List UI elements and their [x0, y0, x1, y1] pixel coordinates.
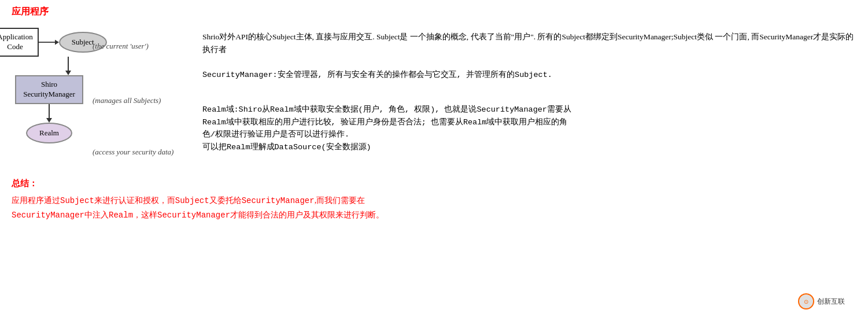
summary-mono3: SecurityManager — [242, 196, 315, 205]
logo-text: 创新互联 — [817, 297, 845, 307]
gap2 — [93, 119, 191, 138]
realm-desc-line3: 色/权限进行验证用户是否可以进行操作. — [202, 128, 856, 141]
shiro-node: Shiro SecurityManager — [15, 75, 83, 104]
realm-label: Realm — [39, 128, 59, 137]
gap1 — [93, 61, 191, 82]
app-code-box: Application Code — [0, 28, 39, 57]
summary-line1: 应用程序通过Subject来进行认证和授权，而Subject又委托给Securi… — [12, 194, 856, 208]
subject-description: Shrio对外API的核心Subject主体, 直接与应用交互. Subject… — [202, 31, 856, 60]
subject-label: Subject — [72, 38, 94, 46]
summary-mono1: Subject — [60, 196, 94, 205]
summary-mono6: SecurityManager — [157, 211, 230, 220]
shiro-annotation-container: (manages all Subjects) — [93, 82, 191, 119]
summary-title: 总结： — [12, 178, 856, 189]
summary-section: 总结： 应用程序通过Subject来进行认证和授权，而Subject又委托给Se… — [12, 178, 856, 223]
svg-marker-1 — [55, 40, 59, 45]
realm-desc-line1: Realm域:Shiro从Realm域中获取安全数据(用户, 角色, 权限), … — [202, 104, 856, 116]
shiro-annotation: (manages all Subjects) — [93, 96, 161, 105]
realm-row: Realm — [26, 123, 72, 143]
shiro-line1: Shiro — [41, 80, 57, 89]
realm-node: Realm — [26, 123, 72, 143]
realm-annotation: (access your security data) — [93, 148, 173, 157]
annotation-col: (the current 'user') (manages all Subjec… — [93, 25, 191, 167]
app-subject-row: Application Code Subject — [0, 28, 107, 57]
diagram-area: Application Code Subject — [12, 25, 856, 167]
summary-mono5: Realm — [109, 211, 133, 220]
shiro-description: SecurityManager:安全管理器, 所有与安全有关的操作都会与它交互,… — [202, 60, 856, 98]
logo-area: ⊙ 创新互联 — [798, 293, 845, 309]
summary-mono2: Subject — [175, 196, 209, 205]
realm-annotation-container: (access your security data) — [93, 138, 191, 167]
summary-mono4: SecurityManager — [12, 211, 84, 220]
arrow-down-2-icon — [43, 104, 55, 123]
arrow-right-icon — [39, 36, 59, 48]
app-title: 应用程序 — [12, 6, 856, 18]
realm-desc-line2: Realm域中获取相应的用户进行比较, 验证用户身份是否合法; 也需要从Real… — [202, 116, 856, 129]
logo-icon: ⊙ — [798, 293, 814, 309]
realm-description: Realm域:Shiro从Realm域中获取安全数据(用户, 角色, 权限), … — [202, 98, 856, 153]
shiro-row: Shiro SecurityManager — [15, 75, 83, 104]
subject-annotation: (the current 'user') — [93, 42, 149, 51]
app-code-line2: Code — [7, 42, 23, 51]
description-col: Shrio对外API的核心Subject主体, 直接与应用交互. Subject… — [191, 25, 856, 154]
arrow-down-2 — [43, 104, 55, 123]
svg-marker-3 — [65, 71, 71, 75]
arrow-down-1 — [62, 57, 74, 75]
summary-line2: SecurityManager中注入Realm，这样SecurityManage… — [12, 208, 856, 223]
realm-desc-line4: 可以把Realm理解成DataSource(安全数据源) — [202, 141, 856, 154]
svg-marker-5 — [46, 118, 52, 123]
arrow-down-1-icon — [62, 57, 74, 75]
subject-annotation-container: (the current 'user') — [93, 32, 191, 61]
shiro-line2: SecurityManager — [23, 90, 75, 98]
app-code-line1: Application — [0, 32, 33, 41]
left-diagram: Application Code Subject — [12, 28, 87, 143]
shiro-desc-text: SecurityManager:安全管理器, 所有与安全有关的操作都会与它交互,… — [202, 71, 552, 79]
summary-text: 应用程序通过Subject来进行认证和授权，而Subject又委托给Securi… — [12, 194, 856, 223]
